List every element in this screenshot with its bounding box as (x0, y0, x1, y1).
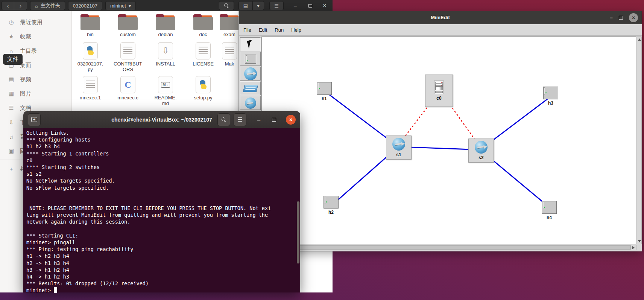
menu-file[interactable]: File (243, 27, 251, 33)
new-tab-icon (31, 117, 37, 122)
terminal-titlebar[interactable]: chenxi@chenxi-VirtualBox: ~/032002107 ☰ … (23, 111, 300, 128)
folder-icon (193, 14, 213, 30)
file-setup-py[interactable]: setup.py (184, 76, 222, 106)
node-s1[interactable]: s1 (386, 136, 412, 160)
sidebar-item-recent[interactable]: ◷最近使用 (0, 15, 71, 29)
tooltip: 文件 (3, 54, 23, 65)
view-options-button[interactable]: ▾ (253, 1, 264, 10)
node-s2[interactable]: s2 (468, 139, 494, 163)
file-label: doc (199, 32, 207, 37)
path-subfolder-button[interactable]: mininet ▾ (105, 1, 136, 10)
chevron-down-icon: ▾ (257, 3, 260, 9)
file-mnexec-c[interactable]: Cmnexec.c (109, 76, 147, 106)
download-icon: ⇩ (8, 119, 15, 126)
file-label: README. md (154, 95, 176, 106)
node-label: h4 (547, 215, 552, 220)
terminal-line: *** Starting CLI: (26, 233, 300, 239)
node-c0[interactable]: c0 (425, 75, 453, 107)
text-file-icon (83, 76, 98, 93)
folder-icon (80, 14, 100, 30)
forward-button[interactable]: › (14, 1, 27, 10)
terminal-line: h1 -> h2 h3 h4 (26, 253, 300, 260)
folder-bin[interactable]: bin (71, 14, 109, 37)
terminal-line: ting will prevent MiniEdit from quitting… (26, 212, 300, 219)
path-folder-label: 032002107 (73, 3, 97, 9)
menu-edit[interactable]: Edit (259, 27, 267, 33)
horizontal-scrollbar[interactable] (261, 245, 636, 250)
terminal-output[interactable]: Getting Links. *** Configuring hosts h1 … (23, 128, 300, 292)
file-manager-headerbar: ‹ › ⌂ 主文件夹 032002107 mininet ▾ ▤ ▾ ☰ – × (0, 0, 333, 11)
terminal-line: **** Starting 2 switches (26, 164, 300, 171)
terminal-line: c0 (26, 157, 300, 164)
select-tool-button[interactable] (240, 37, 261, 51)
file-contributors[interactable]: CONTRIBUT ORS (109, 42, 147, 72)
scroll-up-icon[interactable] (638, 38, 641, 41)
back-button[interactable]: ‹ (2, 1, 14, 10)
folder-debian[interactable]: debian (147, 14, 184, 37)
scrollbar-handle[interactable] (267, 245, 631, 250)
file-readme-md[interactable]: M↓README. md (147, 76, 184, 106)
search-button[interactable] (219, 1, 234, 10)
terminal-line: h2 -> h1 h3 h4 (26, 260, 300, 267)
topology-canvas[interactable]: h1 h2 h3 h4 s1 s2 (261, 37, 636, 244)
node-label: c0 (436, 96, 441, 101)
node-label: h2 (328, 210, 334, 215)
node-label: s1 (396, 152, 401, 157)
c-file-icon: C (120, 76, 135, 93)
clock-icon: ◷ (8, 19, 15, 26)
legacy-switch-tool-button[interactable] (240, 81, 261, 95)
node-h3[interactable]: h3 (543, 87, 558, 106)
node-label: h3 (548, 101, 553, 106)
path-folder-button[interactable]: 032002107 (68, 1, 102, 10)
file-label: mnexec.c (117, 95, 138, 101)
fm-maximize-button[interactable] (306, 2, 314, 9)
miniedit-maximize-button[interactable] (619, 16, 623, 20)
terminal-line: h4 -> h1 h2 h3 (26, 274, 300, 280)
image-icon: ▦ (8, 90, 15, 97)
terminal-scrollbar-handle[interactable] (297, 201, 299, 263)
host-icon (324, 196, 339, 209)
sidebar-label: 最近使用 (20, 19, 43, 26)
switch-tool-button[interactable] (240, 67, 261, 81)
fm-minimize-button[interactable]: – (291, 3, 299, 9)
miniedit-titlebar[interactable]: MiniEdit – × (239, 11, 642, 24)
switch-icon (475, 141, 488, 154)
sidebar-item-pictures[interactable]: ▦图片 (0, 87, 71, 101)
miniedit-close-button[interactable]: × (629, 13, 638, 22)
terminal-line: *** Results: 0% dropped (12/12 received) (26, 280, 300, 287)
python-file-icon (83, 42, 98, 59)
legacy-router-icon (245, 97, 256, 109)
plus-icon: + (8, 166, 15, 172)
file-032002107-py[interactable]: 032002107. py (71, 42, 109, 72)
scroll-down-icon[interactable] (638, 240, 641, 242)
miniedit-menubar: File Edit Run Help (239, 24, 642, 36)
sidebar-item-starred[interactable]: ★收藏 (0, 29, 71, 44)
legacy-router-tool-button[interactable] (240, 96, 261, 110)
maximize-icon (308, 4, 312, 8)
terminal-line: h1 h2 h3 h4 (26, 143, 300, 150)
text-file-icon (222, 42, 237, 59)
host-icon (317, 82, 332, 95)
miniedit-minimize-button[interactable]: – (610, 15, 613, 21)
file-mnexec-1[interactable]: mnexec.1 (71, 76, 109, 106)
node-h2[interactable]: h2 (324, 196, 339, 215)
fm-close-button[interactable]: × (320, 2, 329, 9)
node-h1[interactable]: h1 (317, 82, 332, 101)
menu-help[interactable]: Help (291, 27, 301, 33)
sidebar-item-videos[interactable]: ▤视频 (0, 72, 71, 87)
scroll-right-icon[interactable] (632, 246, 635, 249)
file-install[interactable]: ⇩INSTALL (147, 42, 184, 72)
download-file-icon: ⇩ (158, 42, 173, 59)
view-mode-button[interactable]: ▤ (238, 1, 253, 10)
text-file-icon (120, 42, 135, 59)
hamburger-menu-button[interactable]: ☰ (269, 1, 284, 10)
vertical-scrollbar[interactable] (636, 37, 642, 244)
folder-custom[interactable]: custom (109, 14, 147, 37)
node-h4[interactable]: h4 (542, 201, 557, 220)
file-label: custom (120, 32, 136, 37)
file-label: mnexec.1 (80, 95, 101, 101)
path-home-button[interactable]: ⌂ 主文件夹 (30, 1, 65, 10)
menu-run[interactable]: Run (275, 27, 284, 33)
host-tool-button[interactable] (240, 52, 261, 66)
terminal-line: network again during this session. (26, 219, 300, 225)
